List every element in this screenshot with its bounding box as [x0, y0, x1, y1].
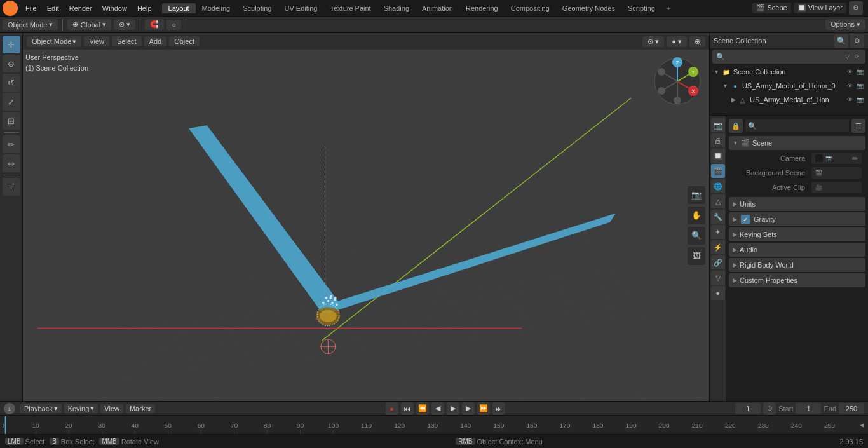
viewport-overlay-btn[interactable]: ⊙ ▾	[642, 36, 664, 47]
navigation-gizmo[interactable]: Z Y X	[652, 56, 703, 107]
viewport-object-btn[interactable]: Object	[169, 36, 200, 46]
viewport-canvas[interactable]: User Perspective (1) Scene Collection Z …	[23, 50, 709, 401]
viewport-select-btn[interactable]: Select	[112, 36, 142, 46]
tab-sculpting[interactable]: Sculpting	[236, 3, 278, 13]
marker-menu[interactable]: Marker	[126, 404, 155, 413]
outliner-filter-btn[interactable]: 🔍	[834, 34, 848, 48]
edit-menu[interactable]: Edit	[42, 3, 64, 13]
outliner-item-mesh-1[interactable]: ▶ △ US_Army_Medal_of_Hon 👁 📷	[728, 93, 868, 107]
playback-menu[interactable]: Playback ▾	[20, 404, 62, 413]
start-frame-input[interactable]: 1	[796, 403, 821, 414]
tab-modeling[interactable]: Modeling	[196, 3, 237, 13]
zoom-btn[interactable]: 🔍	[688, 227, 705, 245]
timeline-scrollbar-end[interactable]: ◀	[855, 416, 868, 434]
viewport-mode-btn[interactable]: Object Mode ▾	[27, 36, 81, 47]
props-tab-modifiers[interactable]: 🔧	[711, 210, 725, 224]
file-menu[interactable]: File	[20, 3, 42, 13]
render-icon[interactable]: 📷	[855, 67, 864, 76]
tab-compositing[interactable]: Compositing	[505, 3, 556, 13]
props-tab-material[interactable]: ●	[711, 286, 725, 300]
props-tab-render[interactable]: 📷	[711, 118, 725, 132]
props-search-input[interactable]	[745, 119, 849, 132]
cursor-tool-btn[interactable]: ✛	[3, 36, 20, 53]
view-menu[interactable]: View	[100, 404, 123, 413]
options-btn[interactable]: Options ▾	[825, 19, 865, 30]
visibility-icon[interactable]: 👁	[845, 81, 854, 90]
viewport-3d[interactable]: Object Mode ▾ View Select Add Object ⊙ ▾…	[23, 33, 709, 401]
props-tab-data[interactable]: ▽	[711, 271, 725, 285]
visibility-icon[interactable]: 👁	[845, 95, 854, 104]
render-icon[interactable]: 📷	[855, 95, 864, 104]
timeline-track[interactable]: 0 10 20 30 40 50 60 70 80 90 100 110 120…	[0, 416, 868, 434]
play-btn[interactable]: ▶	[447, 402, 459, 415]
props-tab-constraints[interactable]: 🔗	[711, 255, 725, 269]
annotate-tool-btn[interactable]: ✏	[3, 135, 20, 153]
render-preview-btn[interactable]: 🖼	[688, 247, 705, 265]
props-tab-particles[interactable]: ✦	[711, 225, 725, 239]
add-tool-btn[interactable]: +	[3, 178, 20, 196]
pivot-point-btn[interactable]: ⊙ ▾	[114, 19, 135, 30]
prev-frame-btn[interactable]: ⏪	[416, 402, 429, 415]
jump-end-btn[interactable]: ⏭	[492, 402, 505, 415]
props-filter-btn[interactable]: ☰	[851, 119, 865, 133]
tab-texture-paint[interactable]: Texture Paint	[323, 3, 377, 13]
tab-uv-editing[interactable]: UV Editing	[278, 3, 323, 13]
visibility-icon[interactable]: 👁	[845, 67, 854, 76]
add-workspace-btn[interactable]: +	[661, 3, 675, 13]
props-tab-output[interactable]: 🖨	[711, 133, 725, 147]
filter-icon[interactable]: ▽	[843, 52, 851, 61]
props-tab-scene[interactable]: 🎬	[711, 164, 725, 178]
view-layer-selector[interactable]: 🔲 View Layer	[794, 3, 846, 13]
props-section-gravity-header[interactable]: ▶ ✓ Gravity	[729, 212, 865, 226]
current-frame-input[interactable]: 1	[735, 403, 761, 414]
hand-tool-btn[interactable]: ✋	[688, 207, 705, 224]
viewport-gizmo-btn[interactable]: ⊕	[689, 36, 705, 47]
outliner-search-bar[interactable]: 🔍 ▽ ⟳	[712, 50, 865, 64]
record-btn[interactable]: ●	[386, 402, 398, 415]
transform-tool-btn[interactable]: ⊞	[3, 112, 20, 130]
props-section-custom-props-header[interactable]: ▶ Custom Properties	[729, 273, 865, 287]
viewport-view-btn[interactable]: View	[84, 36, 109, 46]
outliner-options-btn[interactable]: ⚙	[850, 34, 864, 48]
jump-start-btn[interactable]: ⏮	[401, 402, 414, 415]
props-section-keying-header[interactable]: ▶ Keying Sets	[729, 227, 865, 241]
tab-animation[interactable]: Animation	[416, 3, 459, 13]
snap-btn[interactable]: 🧲	[145, 19, 164, 30]
rotate-tool-btn[interactable]: ↺	[3, 74, 20, 92]
window-menu[interactable]: Window	[97, 3, 132, 13]
props-tab-view-layer[interactable]: 🔲	[711, 149, 725, 163]
props-tab-world[interactable]: 🌐	[711, 179, 725, 193]
end-frame-input[interactable]: 250	[839, 403, 864, 414]
help-menu[interactable]: Help	[132, 3, 157, 13]
scene-selector[interactable]: 🎬 Scene	[752, 3, 790, 13]
outliner-item-scene-collection[interactable]: ▼ 📁 Scene Collection 👁 📷	[710, 65, 868, 79]
props-lock-btn[interactable]: 🔒	[729, 119, 743, 133]
props-tab-object[interactable]: △	[711, 194, 725, 208]
measure-tool-btn[interactable]: ⇔	[3, 154, 20, 172]
playback-speed-btn[interactable]: ⏱	[763, 402, 776, 415]
background-scene-value-btn[interactable]: 🎬	[811, 167, 862, 179]
tab-scripting[interactable]: Scripting	[621, 3, 661, 13]
props-section-rigid-body-header[interactable]: ▶ Rigid Body World	[729, 258, 865, 272]
tab-shading[interactable]: Shading	[377, 3, 416, 13]
keying-menu[interactable]: Keying ▾	[64, 404, 98, 413]
tab-rendering[interactable]: Rendering	[459, 3, 505, 13]
viewport-shading-btn[interactable]: ● ▾	[667, 36, 687, 47]
camera-value-btn[interactable]: 📷 ✏	[811, 153, 862, 164]
proportional-edit-btn[interactable]: ○	[166, 20, 181, 30]
sync-icon[interactable]: ⟳	[853, 52, 862, 61]
props-tab-physics[interactable]: ⚡	[711, 240, 725, 254]
move-tool-btn[interactable]: ⊕	[3, 55, 20, 72]
tab-layout[interactable]: Layout	[162, 3, 196, 13]
render-menu[interactable]: Render	[64, 3, 97, 13]
props-section-units-header[interactable]: ▶ Units	[729, 197, 865, 211]
engine-settings-btn[interactable]: ⚙	[849, 1, 863, 15]
mode-selector[interactable]: Object Mode ▾	[3, 19, 58, 30]
scale-tool-btn[interactable]: ⤢	[3, 93, 20, 111]
camera-view-btn[interactable]: 📷	[688, 186, 705, 204]
viewport-add-btn[interactable]: Add	[144, 36, 167, 46]
gravity-checkbox[interactable]: ✓	[741, 215, 750, 224]
prev-keyframe-btn[interactable]: ◀	[431, 402, 444, 415]
outliner-item-collection-1[interactable]: ▼ ● US_Army_Medal_of_Honor_0 👁 📷	[719, 79, 868, 93]
props-section-audio-header[interactable]: ▶ Audio	[729, 243, 865, 257]
